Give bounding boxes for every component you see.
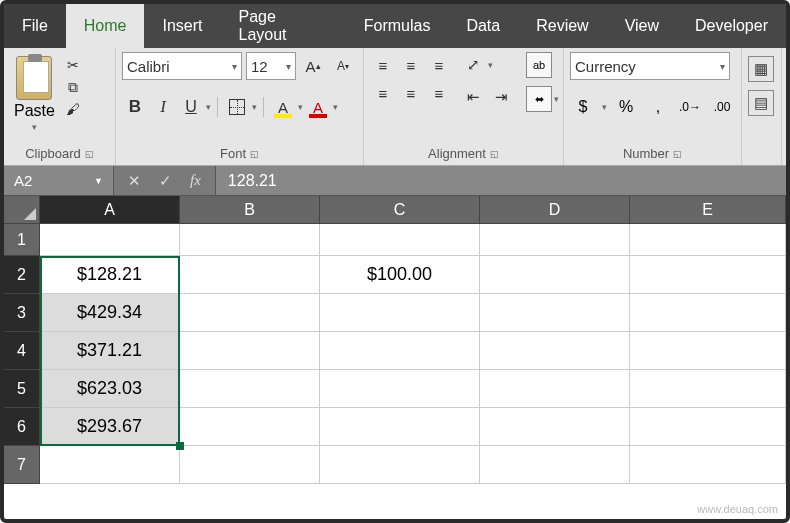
cell[interactable]: $293.67 — [40, 408, 180, 446]
tab-file[interactable]: File — [4, 4, 66, 48]
underline-button[interactable]: U — [178, 94, 204, 120]
cancel-formula-icon[interactable]: ✕ — [128, 172, 141, 190]
fill-color-button[interactable]: A — [270, 94, 296, 120]
number-format-combo[interactable]: Currency▾ — [570, 52, 730, 80]
align-middle-icon[interactable]: ≡ — [398, 52, 424, 78]
col-header-b[interactable]: B — [180, 196, 320, 224]
decrease-font-icon[interactable]: A▾ — [330, 53, 356, 79]
borders-button[interactable] — [224, 94, 250, 120]
cell[interactable]: $429.34 — [40, 294, 180, 332]
cell[interactable] — [480, 370, 630, 408]
cell[interactable] — [180, 256, 320, 294]
paste-button[interactable]: Paste ▾ — [10, 52, 59, 136]
cut-icon[interactable]: ✂ — [63, 56, 83, 74]
alignment-launcher-icon[interactable]: ◱ — [490, 149, 499, 159]
cell[interactable] — [320, 408, 480, 446]
italic-button[interactable]: I — [150, 94, 176, 120]
font-name-combo[interactable]: Calibri▾ — [122, 52, 242, 80]
row-header-2[interactable]: 2 — [4, 256, 40, 294]
font-color-button[interactable]: A — [305, 94, 331, 120]
cell[interactable] — [320, 370, 480, 408]
cell[interactable] — [180, 370, 320, 408]
col-header-a[interactable]: A — [40, 196, 180, 224]
cell[interactable] — [320, 224, 480, 256]
cell[interactable] — [630, 256, 786, 294]
font-launcher-icon[interactable]: ◱ — [250, 149, 259, 159]
increase-font-icon[interactable]: A▴ — [300, 53, 326, 79]
cell[interactable] — [480, 332, 630, 370]
cell[interactable]: $100.00 — [320, 256, 480, 294]
clipboard-launcher-icon[interactable]: ◱ — [85, 149, 94, 159]
cell[interactable] — [630, 224, 786, 256]
format-table-icon[interactable]: ▤ — [748, 90, 774, 116]
cell[interactable] — [480, 294, 630, 332]
tab-insert[interactable]: Insert — [144, 4, 220, 48]
cell[interactable] — [630, 332, 786, 370]
spreadsheet-grid[interactable]: A B C D E 1 2 $128.21$100.00 3 $429.34 4… — [4, 196, 786, 484]
align-bottom-icon[interactable]: ≡ — [426, 52, 452, 78]
name-box[interactable]: A2▼ — [4, 166, 114, 195]
align-top-icon[interactable]: ≡ — [370, 52, 396, 78]
increase-decimal-button[interactable]: .0→ — [677, 94, 703, 120]
cell[interactable] — [480, 256, 630, 294]
row-header-1[interactable]: 1 — [4, 224, 40, 256]
increase-indent-icon[interactable]: ⇥ — [488, 84, 514, 110]
cell[interactable] — [320, 446, 480, 484]
col-header-e[interactable]: E — [630, 196, 786, 224]
wrap-text-button[interactable]: ab — [526, 52, 552, 78]
number-launcher-icon[interactable]: ◱ — [673, 149, 682, 159]
cell[interactable]: $128.21 — [40, 256, 180, 294]
merge-center-button[interactable]: ⬌ — [526, 86, 552, 112]
comma-format-button[interactable]: , — [645, 94, 671, 120]
formula-input[interactable]: 128.21 — [215, 166, 786, 195]
cell[interactable] — [180, 224, 320, 256]
cell[interactable] — [40, 224, 180, 256]
row-header-6[interactable]: 6 — [4, 408, 40, 446]
cell[interactable] — [180, 332, 320, 370]
cell[interactable] — [320, 332, 480, 370]
tab-review[interactable]: Review — [518, 4, 606, 48]
cell[interactable] — [40, 446, 180, 484]
cell[interactable]: $623.03 — [40, 370, 180, 408]
cell[interactable] — [480, 446, 630, 484]
tab-developer[interactable]: Developer — [677, 4, 786, 48]
cell[interactable] — [180, 408, 320, 446]
decrease-decimal-button[interactable]: .00 — [709, 94, 735, 120]
orientation-icon[interactable]: ⤢ — [460, 52, 486, 78]
percent-format-button[interactable]: % — [613, 94, 639, 120]
align-left-icon[interactable]: ≡ — [370, 80, 396, 106]
tab-page-layout[interactable]: Page Layout — [220, 4, 345, 48]
decrease-indent-icon[interactable]: ⇤ — [460, 84, 486, 110]
cell[interactable] — [480, 224, 630, 256]
row-header-3[interactable]: 3 — [4, 294, 40, 332]
font-size-combo[interactable]: 12▾ — [246, 52, 296, 80]
row-header-4[interactable]: 4 — [4, 332, 40, 370]
fx-icon[interactable]: fx — [190, 172, 201, 189]
fill-handle[interactable] — [176, 442, 184, 450]
cell[interactable] — [320, 294, 480, 332]
select-all-corner[interactable] — [4, 196, 40, 224]
align-right-icon[interactable]: ≡ — [426, 80, 452, 106]
accounting-format-button[interactable]: $ — [570, 94, 596, 120]
col-header-d[interactable]: D — [480, 196, 630, 224]
row-header-7[interactable]: 7 — [4, 446, 40, 484]
cell[interactable] — [180, 294, 320, 332]
tab-data[interactable]: Data — [448, 4, 518, 48]
tab-formulas[interactable]: Formulas — [346, 4, 449, 48]
cell[interactable]: $371.21 — [40, 332, 180, 370]
align-center-icon[interactable]: ≡ — [398, 80, 424, 106]
cell[interactable] — [630, 408, 786, 446]
cell[interactable] — [180, 446, 320, 484]
cell[interactable] — [630, 294, 786, 332]
row-header-5[interactable]: 5 — [4, 370, 40, 408]
format-painter-icon[interactable]: 🖌 — [63, 100, 83, 118]
cell[interactable] — [630, 446, 786, 484]
cell[interactable] — [630, 370, 786, 408]
cell[interactable] — [480, 408, 630, 446]
col-header-c[interactable]: C — [320, 196, 480, 224]
bold-button[interactable]: B — [122, 94, 148, 120]
enter-formula-icon[interactable]: ✓ — [159, 172, 172, 190]
conditional-formatting-icon[interactable]: ▦ — [748, 56, 774, 82]
tab-home[interactable]: Home — [66, 4, 145, 48]
copy-icon[interactable]: ⧉ — [63, 78, 83, 96]
